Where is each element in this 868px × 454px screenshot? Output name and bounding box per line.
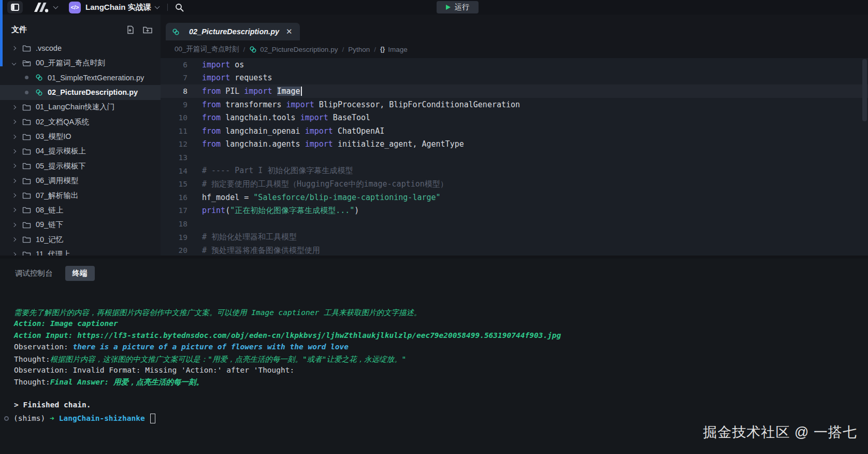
breadcrumb-separator: /	[374, 46, 376, 53]
code-token: from	[202, 113, 221, 122]
python-file-icon	[35, 89, 43, 96]
code-token: os	[230, 60, 244, 69]
terminal-output[interactable]: 需要先了解图片的内容，再根据图片内容创作中文推广文案。可以使用 Image ca…	[14, 308, 868, 424]
line-number: 17	[161, 206, 202, 215]
ide-logo[interactable]	[32, 2, 57, 13]
selected-text: Image	[277, 87, 300, 96]
search-button[interactable]	[175, 3, 184, 12]
terminal-line: 需要先了解图片的内容，再根据图片内容创作中文推广文案。可以使用 Image ca…	[14, 308, 868, 319]
tree-item-folder[interactable]: 06_调用模型	[0, 174, 161, 188]
code-token: "Salesforce/blip-image-captioning-large"	[253, 193, 440, 202]
code-line-text: import os	[202, 60, 244, 69]
folder-icon	[22, 221, 31, 229]
tree-item-label: 02_PictureDescription.py	[48, 88, 138, 96]
code-token: # 预处理器将准备图像供模型使用	[202, 246, 320, 255]
breadcrumb-item[interactable]: 00_开篇词_奇点时刻	[175, 45, 239, 54]
code-token: requests	[230, 73, 272, 82]
breadcrumb-separator: /	[342, 46, 344, 53]
code-token: "正在初始化图像字幕生成模型..."	[230, 206, 354, 215]
editor-tab-active[interactable]: 02_PictureDescription.py ✕	[166, 23, 300, 40]
prompt-directory: LangChain-shizhanke	[59, 414, 145, 422]
chevron-down-icon	[12, 61, 16, 65]
code-line-text: from langchain.agents import initialize_…	[202, 139, 464, 149]
code-line-text: # 初始化处理器和工具模型	[202, 232, 297, 242]
tree-item-folder[interactable]: 09_链下	[0, 218, 161, 232]
tree-item-folder[interactable]: 01_LangChain快速入门	[0, 100, 161, 115]
chevron-right-icon	[12, 105, 16, 109]
terminal-line: Action: Image captioner	[14, 319, 868, 331]
code-line: 12from langchain.agents import initializ…	[161, 138, 868, 151]
breadcrumb-label: Python	[348, 46, 370, 53]
tree-item-file[interactable]: 02_PictureDescription.py	[0, 85, 161, 100]
code-token: initialize_agent, AgentType	[333, 139, 464, 149]
tree-item-folder[interactable]: 05_提示模板下	[0, 159, 161, 173]
tree-item-file[interactable]: 01_SimpleTextGeneration.py	[0, 70, 161, 85]
sidebar-toggle-button[interactable]	[7, 1, 23, 13]
code-line: 17print("正在初始化图像字幕生成模型...")	[161, 204, 868, 218]
tab-close-icon[interactable]: ✕	[286, 27, 293, 36]
tree-item-label: 00_开篇词_奇点时刻	[36, 58, 105, 68]
editor-scrollbar-thumb[interactable]	[862, 59, 867, 121]
tree-item-folder[interactable]: 03_模型IO	[0, 129, 161, 144]
code-line: 16hf_model = "Salesforce/blip-image-capt…	[161, 191, 868, 204]
chevron-right-icon	[12, 149, 16, 153]
code-token: print	[202, 206, 225, 215]
file-explorer-header: 文件	[0, 15, 161, 41]
breadcrumb-item[interactable]: 02_PictureDescription.py	[249, 46, 338, 53]
tree-item-folder[interactable]: 04_提示模板上	[0, 144, 161, 159]
folder-icon	[22, 206, 31, 214]
breadcrumb-item[interactable]: Python	[348, 46, 370, 53]
breadcrumb-item[interactable]: {}Image	[380, 46, 408, 53]
tree-item-folder[interactable]: .vscode	[0, 41, 161, 55]
chevron-right-icon	[12, 178, 16, 182]
project-badge-icon: </>	[69, 2, 81, 13]
folder-icon	[22, 192, 31, 199]
run-button[interactable]: 运行	[437, 1, 479, 13]
code-line: 15# 指定要使用的工具模型（HuggingFace中的image-captio…	[161, 177, 868, 191]
terminal-token: Final Answer: 用爱，点亮生活的每一刻。	[50, 378, 204, 386]
tree-item-folder[interactable]: 10_记忆	[0, 232, 161, 247]
panel-tab-debug-console[interactable]: 调试控制台	[14, 266, 54, 281]
terminal-line: Observation: there is a picture of a pic…	[14, 343, 868, 354]
code-token: BlipProcessor, BlipForConditionalGenerat…	[314, 100, 520, 109]
modified-dot-icon	[25, 91, 28, 94]
code-token: import	[300, 113, 328, 122]
code-line-text: hf_model = "Salesforce/blip-image-captio…	[202, 193, 441, 202]
folder-icon	[22, 177, 31, 185]
tree-item-folder[interactable]: 07_解析输出	[0, 188, 161, 203]
code-line: 8from PIL import Image	[161, 84, 868, 98]
code-token: from	[202, 126, 221, 136]
terminal-token: Action: Image captioner	[14, 319, 118, 328]
code-token: transformers	[221, 100, 286, 109]
breadcrumb-label: 02_PictureDescription.py	[260, 46, 338, 53]
tree-item-label: 10_记忆	[36, 235, 63, 245]
line-number: 11	[161, 127, 202, 135]
code-token: import	[244, 87, 272, 96]
tree-item-label: .vscode	[36, 44, 62, 52]
project-chevron-icon[interactable]	[154, 4, 160, 9]
tree-item-folder[interactable]: 02_文档QA系统	[0, 115, 161, 129]
tree-item-label: 07_解析输出	[36, 191, 78, 201]
new-folder-button[interactable]	[143, 26, 152, 34]
code-token: from	[202, 139, 221, 149]
panel-tab-terminal[interactable]: 终端	[65, 266, 95, 281]
new-file-button[interactable]	[126, 25, 135, 34]
code-line: 14# ---- Part I 初始化图像字幕生成模型	[161, 164, 868, 178]
project-name[interactable]: LangChain 实战课	[85, 3, 151, 12]
code-line: 18	[161, 217, 868, 231]
folder-icon	[22, 221, 31, 229]
tree-item-label: 05_提示模板下	[36, 161, 86, 171]
line-number: 10	[161, 114, 202, 122]
terminal-line: > Finished chain.	[14, 401, 868, 412]
code-token: # 初始化处理器和工具模型	[202, 232, 297, 242]
python-file-icon	[249, 46, 257, 53]
chevron-right-icon	[12, 208, 16, 212]
code-token: # ---- Part I 初始化图像字幕生成模型	[202, 166, 353, 175]
tree-item-folder[interactable]: 08_链上	[0, 203, 161, 217]
tree-item-folder[interactable]: 00_开篇词_奇点时刻	[0, 55, 161, 70]
chevron-right-icon	[12, 193, 16, 197]
folder-icon	[22, 206, 31, 214]
code-editor[interactable]: 6import os7import requests8from PIL impo…	[161, 58, 868, 270]
chevron-right-icon	[12, 46, 16, 50]
code-token: PIL	[221, 87, 244, 96]
